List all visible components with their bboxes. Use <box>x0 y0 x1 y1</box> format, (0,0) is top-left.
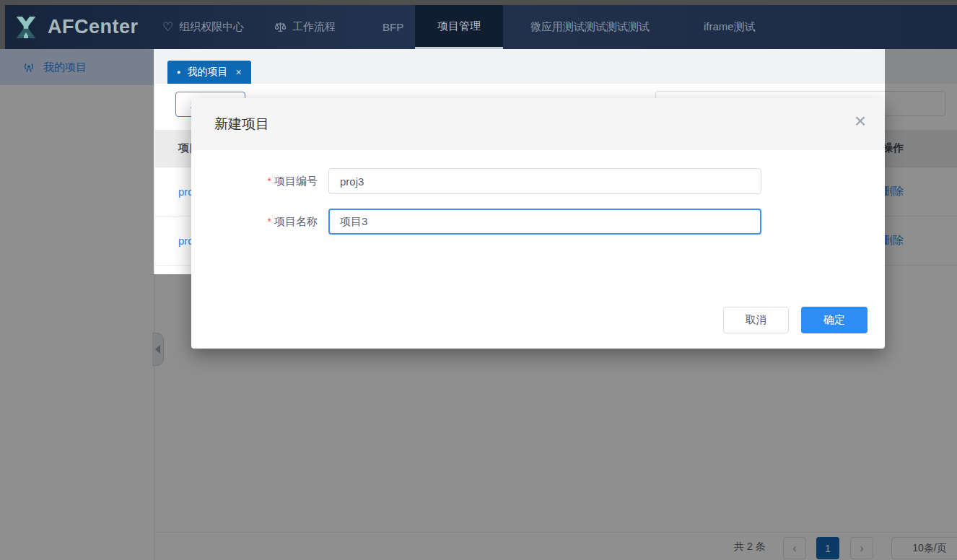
nav-item-workflow[interactable]: 工作流程 <box>274 5 336 49</box>
tab-active-dot: ● <box>177 69 180 76</box>
modal-mask-left <box>0 49 154 560</box>
nav-item-org-permission[interactable]: ♡ 组织权限中心 <box>162 5 244 49</box>
tab-bar: ● 我的项目 × <box>155 49 957 84</box>
heart-icon: ♡ <box>162 21 173 33</box>
form-row-project-name: *项目名称 <box>191 209 761 235</box>
modal-footer: 取消 确定 <box>723 307 868 333</box>
modal-close-icon[interactable]: × <box>855 111 866 131</box>
nav-item-bfp[interactable]: BFP <box>383 5 403 49</box>
modal-mask-right <box>885 49 957 560</box>
required-asterisk: * <box>268 216 271 227</box>
required-asterisk: * <box>268 175 271 187</box>
nav-item-label: 工作流程 <box>292 20 336 34</box>
project-code-input[interactable] <box>328 168 761 194</box>
nav-item-label: 组织权限中心 <box>179 20 244 34</box>
modal-header: 新建项目 × <box>191 98 885 150</box>
app-logo[interactable]: AFCenter <box>12 5 139 49</box>
nav-item-iframe-test[interactable]: iframe测试 <box>704 5 756 49</box>
tab-my-projects[interactable]: ● 我的项目 × <box>167 61 251 84</box>
tab-close-icon[interactable]: × <box>235 66 241 78</box>
browser-frame-left <box>0 5 5 49</box>
app-title: AFCenter <box>48 16 139 38</box>
form-row-project-code: *项目编号 <box>191 168 761 194</box>
tab-label: 我的项目 <box>187 66 227 79</box>
field-label-project-code: *项目编号 <box>191 175 328 188</box>
top-nav-bar: AFCenter ♡ 组织权限中心 工作流程 BFP 项目管理 微应用测试测试测… <box>0 5 957 49</box>
nav-item-label: BFP <box>383 21 403 33</box>
confirm-button[interactable]: 确定 <box>801 307 868 333</box>
scale-icon <box>274 21 287 33</box>
modal-title: 新建项目 <box>214 115 269 134</box>
cancel-button[interactable]: 取消 <box>723 307 789 333</box>
new-project-modal: 新建项目 × *项目编号 *项目名称 取消 确定 <box>191 98 885 349</box>
project-name-input[interactable] <box>328 209 761 235</box>
browser-frame-top <box>0 0 957 5</box>
nav-item-label: 项目管理 <box>437 19 481 33</box>
afcenter-logo-icon <box>12 13 40 42</box>
nav-item-label: iframe测试 <box>704 20 756 34</box>
nav-item-project-management[interactable]: 项目管理 <box>415 5 503 49</box>
nav-item-label: 微应用测试测试测试测试 <box>530 20 650 34</box>
nav-item-microapp-test[interactable]: 微应用测试测试测试测试 <box>530 5 650 49</box>
field-label-project-name: *项目名称 <box>191 215 328 229</box>
